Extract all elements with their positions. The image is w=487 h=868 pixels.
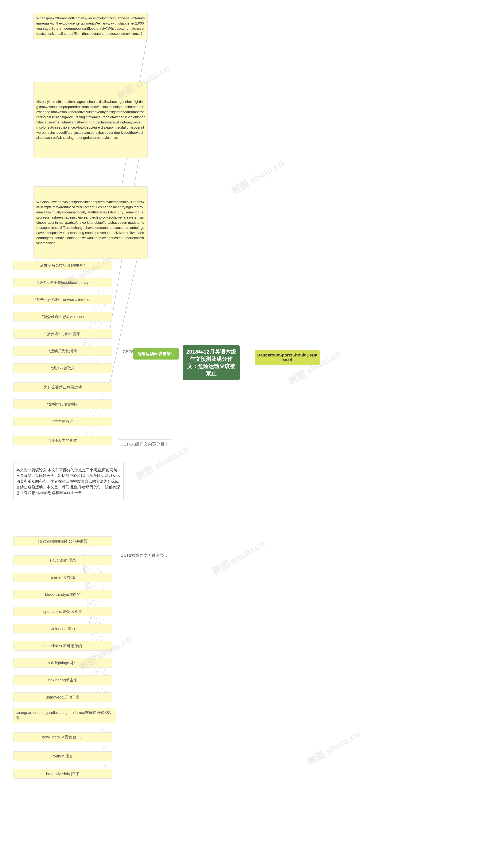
analysis-box: 本文为一篇议论文,本文引言部分的重点是三个问题,而前两句只是背景。以问题开头引出… [13,462,124,500]
left-main-node: 危险运动应该被禁止 [133,348,179,360]
svg-line-28 [82,554,106,756]
center-node: 2018年12月英语六级作文预测及满分作文：危险运动应该被禁止 [183,345,240,380]
watermark: 树图 shutu.cn [229,157,286,197]
vocab-node-7: incrediblea.不可思像的 [13,641,112,651]
text-box-2: Itisreallyincrediblethatinthisageweshoul… [33,82,148,158]
section-node-6: *运动员为利润博 [13,346,112,356]
vocab-node-14: bedeprivedof剥夺了 [13,769,112,779]
vocab-label: CET6六级作文万能句型： [118,551,171,560]
section-node-3: *拳击为什么吸引universalinterest [13,295,112,304]
vocab-node-12: bewillingto+v.愿意做…… [13,732,112,742]
section-node-2: *现代人是不是lessblood-thirsty [13,278,112,287]
vocab-node-3: arenan.竞技场 [13,572,112,582]
text-box-1: WhenspeakoftheancientRomans,wecan'thelpt… [33,13,148,39]
vocab-node-1: can'thelpthrilling不禁不寒而栗 [13,536,112,546]
vocab-node-9: boxingring拳击场 [13,675,112,685]
section-node-4: *观众难道不想看violence [13,312,112,321]
section-node-1: 从古罗马竞技场引起的联想 [13,260,112,270]
watermark: 树图 shutu.cn [210,538,267,578]
vocab-node-10: unmoveda.无动于衷 [13,692,112,702]
section-node-9: *文明时代做文明人 [13,400,112,409]
vocab-node-6: violencen.暴力 [13,624,112,633]
section-node-11: *增强人类的素质 [13,436,112,445]
cet6-content-label: CET6六级作文内容分析： [118,439,171,449]
section-node-10: *世界在前进 [13,416,112,426]
mind-map-container: 树图 shutu.cn 树图 shutu.cn 树图 shutu.cn 树图 s… [0,0,487,868]
right-main-node: DangerousSportsShouldBeBanned [255,350,319,365]
watermark: 树图 shutu.cn [305,728,362,768]
section-node-8: 为什么要禁止危险运动 [13,382,112,392]
section-node-7: *观众花钱取乐 [13,363,112,373]
section-node-5: *猎兽,斗牛,拳击,赛车 [13,329,112,339]
vocab-node-4: blood-thirstya.嗜血的 [13,590,112,599]
vocab-node-2: slaughtern.屠杀 [13,555,112,565]
vocab-node-13: roundn.回合 [13,751,112,761]
vocab-node-5: spectatorn.观众,旁观者 [13,607,112,616]
vocab-node-11: racingcarscrashingandburstingintoflames赛… [13,708,116,723]
vocab-node-8: bull-fightingn.斗牛 [13,658,112,668]
text-box-3: Whyshouldwebanviolentsportssincepeopleer… [33,186,148,259]
svg-line-12 [82,387,106,441]
svg-line-7 [82,301,106,350]
